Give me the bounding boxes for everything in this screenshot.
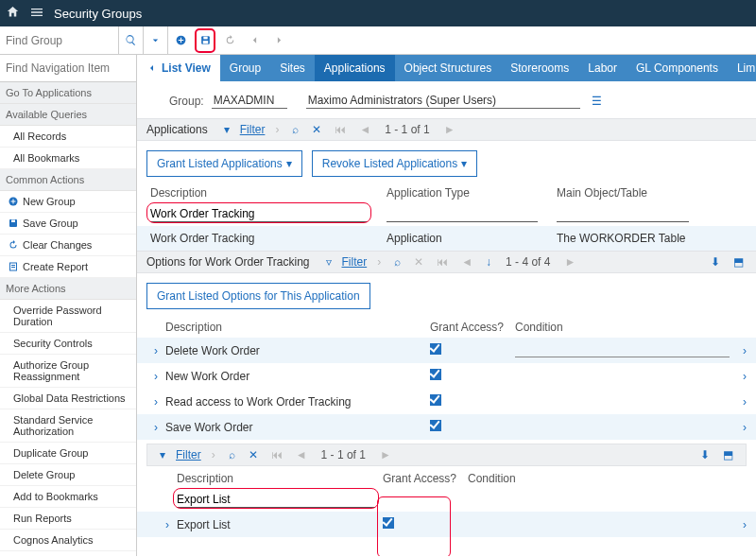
detail-icon[interactable]: › [730,370,747,383]
filter-toggle-icon[interactable]: ▿ [323,255,335,269]
detail-icon[interactable]: › [730,421,747,434]
tab-object-structures[interactable]: Object Structures [395,55,502,81]
sidebar-item[interactable]: Delete Group [0,464,136,486]
group-desc[interactable]: Maximo Administrators (Super Users) [306,93,580,109]
search-icon[interactable]: ⌕ [391,255,404,269]
first-icon: ⏮ [332,123,349,136]
download-icon[interactable]: ⬇ [708,255,723,269]
detail-icon[interactable]: › [730,395,747,409]
filter-toggle-icon[interactable]: ▾ [221,123,232,136]
sidebar-item-clear[interactable]: Clear Changes [0,235,136,256]
report-icon [8,261,19,272]
sidebar-item[interactable]: Duplicate Group [0,443,136,464]
clear-icon[interactable] [217,26,242,55]
grant-apps-button[interactable]: Grant Listed Applications▾ [146,150,302,177]
grant-checkbox[interactable] [430,369,441,380]
grant-checkbox[interactable] [430,394,441,406]
col-grant[interactable]: Grant Access? [430,321,515,334]
tab-list-view[interactable]: List View [137,55,220,81]
menu-icon[interactable] [29,5,44,23]
tab-storerooms[interactable]: Storerooms [501,55,578,81]
filter-type-input[interactable] [387,205,538,222]
col-desc[interactable]: Description [177,472,383,485]
side-section[interactable]: Available Queries [0,104,136,126]
sidebar-item[interactable]: Authorize Group Reassignment [0,355,136,388]
home-icon[interactable] [6,5,20,22]
expand-row-icon[interactable]: › [146,344,165,357]
sub-filter-desc-input[interactable] [177,491,375,508]
clear-filter-icon[interactable]: ✕ [246,448,261,461]
col-type[interactable]: Application Type [387,186,557,200]
side-section[interactable]: Go To Applications [0,82,136,104]
col-grant[interactable]: Grant Access? [383,472,468,485]
chevron-down-icon[interactable] [144,26,168,55]
tab-applications[interactable]: Applications [315,55,395,81]
group-code[interactable]: MAXADMIN [212,93,287,109]
revoke-apps-button[interactable]: Revoke Listed Applications▾ [312,150,477,177]
option-row: › New Work Order › [137,363,756,389]
filter-desc-input[interactable] [150,205,368,222]
expand-row-icon[interactable]: › [146,421,165,434]
sidebar-item[interactable]: Cognos Analytics [0,530,136,551]
save-icon [8,218,19,229]
side-section[interactable]: More Actions [0,278,136,300]
clear-filter-icon[interactable]: ✕ [411,255,426,269]
filter-link[interactable]: Filter [342,255,368,269]
side-section[interactable]: Common Actions [0,169,136,191]
search-icon[interactable] [119,26,144,55]
grant-checkbox[interactable] [430,420,441,431]
plus-icon [8,196,19,207]
download-icon[interactable]: ⬇ [697,448,713,461]
down-icon[interactable]: ↓ [483,255,494,269]
sidebar-item[interactable]: All Records [0,126,136,148]
grant-checkbox[interactable] [430,343,441,355]
expand-icon[interactable]: ⬒ [720,448,736,461]
find-group-input[interactable] [6,34,112,47]
col-desc[interactable]: Description [165,321,430,334]
col-obj[interactable]: Main Object/Table [557,186,747,200]
section-title: Options for Work Order Tracking [146,255,310,269]
clear-icon [8,239,19,251]
sidebar-item-report[interactable]: Create Report [0,256,136,278]
bookmark-icon[interactable]: ☰ [592,95,602,108]
sidebar-item[interactable]: Run Reports [0,508,136,530]
save-icon[interactable] [193,26,217,55]
sidebar-item[interactable]: Standard Service Authorization [0,409,136,443]
filter-link[interactable]: Filter [240,123,266,136]
app-row[interactable]: Work Order Tracking Application The WORK… [137,226,756,251]
new-icon[interactable] [168,26,193,55]
expand-icon[interactable]: ⬒ [730,255,747,269]
page-title: Security Groups [54,7,142,21]
sidebar-item[interactable]: Add to Bookmarks [0,486,136,508]
search-icon[interactable]: ⌕ [289,123,301,136]
grant-options-button[interactable]: Grant Listed Options for This Applicatio… [146,283,370,309]
sidebar-item[interactable]: Security Controls [0,333,136,355]
nav-search-input[interactable] [0,55,136,82]
clear-filter-icon[interactable]: ✕ [309,123,324,136]
expand-row-icon[interactable]: › [146,395,165,409]
search-icon[interactable]: ⌕ [226,448,238,461]
filter-toggle-icon[interactable]: ▾ [157,448,168,461]
tab-group[interactable]: Group [220,55,270,81]
tab-labor[interactable]: Labor [578,55,627,81]
detail-icon[interactable]: › [730,344,747,357]
sidebar-item-save[interactable]: Save Group [0,213,136,235]
expand-row-icon[interactable]: › [146,370,165,383]
sidebar-item-new[interactable]: New Group [0,191,136,213]
col-desc[interactable]: Description [150,186,387,200]
grant-checkbox[interactable] [383,517,394,529]
filter-obj-input[interactable] [557,205,689,222]
filter-link[interactable]: Filter [176,448,201,461]
detail-icon[interactable]: › [730,518,747,531]
col-cond[interactable]: Condition [468,472,747,485]
tab-limits[interactable]: Limits and Tolerances [728,55,756,81]
col-cond[interactable]: Condition [515,321,747,334]
sidebar-item[interactable]: All Bookmarks [0,148,136,169]
group-label: Group: [169,95,204,108]
sidebar-item[interactable]: Override Password Duration [0,300,136,333]
tab-gl-components[interactable]: GL Components [627,55,728,81]
sidebar-item[interactable]: Global Data Restrictions [0,388,136,409]
tab-sites[interactable]: Sites [270,55,315,81]
svg-rect-3 [202,41,207,44]
expand-row-icon[interactable]: › [158,518,177,531]
